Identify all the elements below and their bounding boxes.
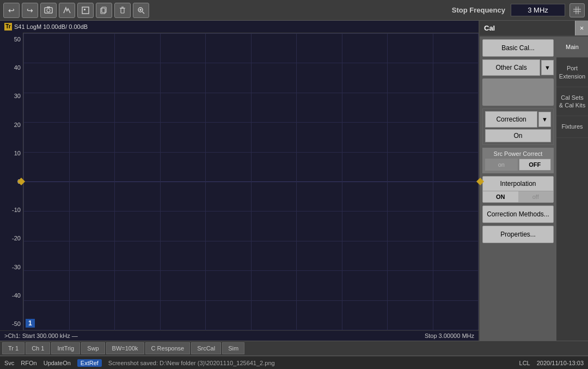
src-power-section: Src Power Correct on OFF xyxy=(482,148,554,173)
cal-main: Basic Cal... Other Cals ▼ Correction ▼ xyxy=(480,37,588,341)
freq-input[interactable] xyxy=(511,4,565,16)
chart-area: Tr S41 LogM 10.00dB/ 0.00dB 50403020100-… xyxy=(0,21,479,341)
grid-v-line xyxy=(433,33,433,330)
status-right: LCL 2020/11/10-13:03 xyxy=(519,360,584,366)
y-axis-label: -20 xyxy=(12,235,21,241)
delete-button[interactable] xyxy=(114,3,131,18)
freq-grid-button[interactable] xyxy=(569,3,585,17)
cal-title: Cal xyxy=(480,21,575,35)
tab-cal-sets[interactable]: Cal Sets & Cal Kits xyxy=(556,87,588,117)
y-axis-label: -30 xyxy=(12,264,21,270)
grid-v-line xyxy=(296,33,297,330)
tab-inttrig[interactable]: IntTrig xyxy=(51,342,80,354)
src-power-on-button[interactable]: on xyxy=(485,159,518,171)
cal-panel: Cal × Basic Cal... Other Cals ▼ xyxy=(479,21,588,341)
status-lcl: LCL xyxy=(519,360,530,366)
cal-close-button[interactable]: × xyxy=(575,21,588,35)
chart-bottom-bar: >Ch1: Start 300.000 kHz — Stop 3.00000 M… xyxy=(0,330,479,341)
src-power-off-button[interactable]: OFF xyxy=(519,159,552,171)
grid-v-line xyxy=(205,33,206,330)
basic-cal-button[interactable]: Basic Cal... xyxy=(482,39,554,57)
status-screenshot-msg: Screenshot saved: D:\New folder (3)\2020… xyxy=(108,360,513,366)
status-extref: ExtRef xyxy=(77,359,102,367)
toolbar: ↩ ↪ xyxy=(0,0,588,21)
chart-wrapper: 50403020100-10-20-30-40-50 1 xyxy=(0,33,479,330)
tab-bw100k[interactable]: BW=100k xyxy=(106,342,144,354)
svg-point-1 xyxy=(47,9,50,12)
copy-button[interactable] xyxy=(96,3,112,18)
interpolation-button[interactable]: Interpolation xyxy=(483,177,553,191)
svg-line-9 xyxy=(143,11,145,14)
correction-on-button[interactable]: On xyxy=(485,129,551,142)
status-bar: Svc RFOn UpdateOn ExtRef Screenshot save… xyxy=(0,356,588,369)
status-updateon: UpdateOn xyxy=(44,360,71,366)
y-axis-label: 20 xyxy=(14,122,21,128)
properties-button[interactable]: Properties... xyxy=(482,226,554,243)
y-axis-label: 40 xyxy=(14,64,21,71)
correction-section: Correction ▼ On xyxy=(482,108,554,145)
tab-port-extension[interactable]: Port Extension xyxy=(556,58,588,87)
svg-rect-4 xyxy=(84,9,85,10)
grid-v-line xyxy=(114,33,115,330)
trace-indicator: Tr xyxy=(4,23,12,31)
main-content: Tr S41 LogM 10.00dB/ 0.00dB 50403020100-… xyxy=(0,21,588,341)
other-cals-arrow[interactable]: ▼ xyxy=(541,60,554,75)
channel-indicator: 1 xyxy=(26,319,35,328)
y-axis-label: -50 xyxy=(12,320,21,327)
magnify-button[interactable] xyxy=(133,3,149,18)
correction-methods-button[interactable]: Correction Methods... xyxy=(482,205,554,223)
grid-v-line xyxy=(69,33,70,330)
undo-button[interactable]: ↩ xyxy=(3,3,20,18)
chart-start-info: >Ch1: Start 300.000 kHz — xyxy=(4,332,78,339)
redo-button[interactable]: ↪ xyxy=(22,3,38,18)
src-power-label: Src Power Correct xyxy=(485,150,551,157)
tab-c-response[interactable]: C Response xyxy=(145,342,191,354)
y-axis-label: -10 xyxy=(12,207,21,213)
interpolation-toggle-row: ON off xyxy=(483,191,553,202)
tab-sim[interactable]: Sim xyxy=(222,342,244,354)
grid-v-line xyxy=(160,33,161,330)
correction-row: Correction ▼ xyxy=(485,111,551,128)
zoom-in-button[interactable] xyxy=(77,3,94,18)
cal-content: Basic Cal... Other Cals ▼ Correction ▼ xyxy=(480,37,556,341)
interpolation-section: Interpolation ON off xyxy=(482,176,554,203)
status-svc: Svc xyxy=(4,360,14,366)
grid-v-line xyxy=(387,33,388,330)
chart-header: Tr S41 LogM 10.00dB/ 0.00dB xyxy=(0,21,479,33)
screenshot-button[interactable] xyxy=(40,3,57,18)
y-axis-label: 10 xyxy=(14,150,21,156)
y-axis-label: -40 xyxy=(12,292,21,299)
chart-stop-info: Stop 3.00000 MHz xyxy=(425,332,474,339)
gray-spacer xyxy=(482,78,554,106)
grid-h-line xyxy=(23,330,478,330)
other-cals-button[interactable]: Other Cals xyxy=(482,59,540,76)
svg-rect-7 xyxy=(121,8,124,13)
correction-button[interactable]: Correction xyxy=(485,111,537,128)
correction-arrow-button[interactable]: ▼ xyxy=(538,112,551,127)
cal-right-tabs: Main Port Extension Cal Sets & Cal Kits … xyxy=(556,37,588,341)
y-axis-label: 50 xyxy=(14,36,21,43)
tab-srccal[interactable]: SrcCal xyxy=(191,342,221,354)
tab-main[interactable]: Main xyxy=(556,37,588,58)
y-axis-label: 30 xyxy=(14,93,21,99)
tab-ch1[interactable]: Ch 1 xyxy=(26,342,50,354)
grid-v-line xyxy=(251,33,252,330)
src-power-toggle-row: on OFF xyxy=(485,159,551,171)
tab-swp[interactable]: Swp xyxy=(81,342,105,354)
interp-on-button[interactable]: ON xyxy=(483,191,518,202)
freq-label: Stop Frequency xyxy=(452,6,505,14)
trace-info: S41 LogM 10.00dB/ 0.00dB xyxy=(14,23,88,30)
bottom-tabs-bar: Tr 1 Ch 1 IntTrig Swp BW=100k C Response… xyxy=(0,341,588,356)
marker-button[interactable] xyxy=(59,3,75,18)
tab-fixtures[interactable]: Fixtures xyxy=(556,116,588,137)
grid-v-line xyxy=(342,33,342,330)
status-datetime: 2020/11/10-13:03 xyxy=(537,360,584,366)
svg-rect-2 xyxy=(47,7,50,8)
interp-off-button[interactable]: off xyxy=(518,191,554,202)
other-cals-row: Other Cals ▼ xyxy=(482,59,554,76)
tab-tr1[interactable]: Tr 1 xyxy=(2,342,24,354)
cal-header: Cal × xyxy=(480,21,588,37)
chart-grid[interactable]: 1 xyxy=(23,33,479,330)
status-rfon: RFOn xyxy=(21,360,36,366)
